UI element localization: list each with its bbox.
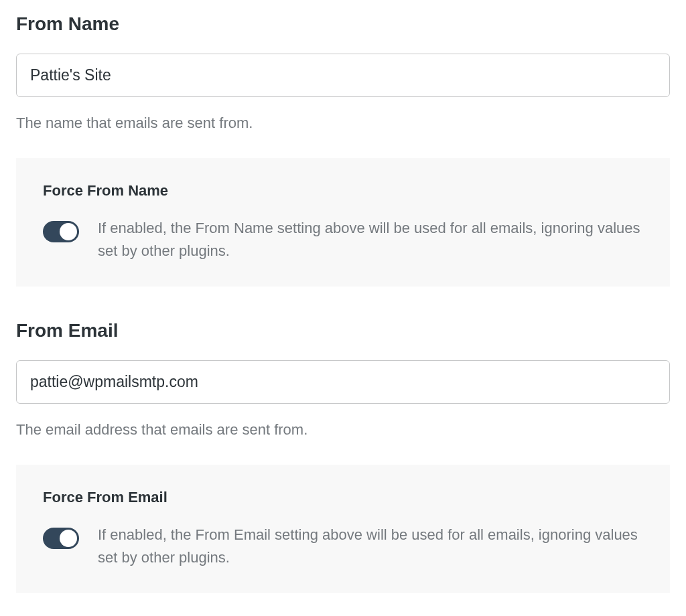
force-from-name-toggle[interactable] bbox=[43, 221, 79, 242]
from-name-title: From Name bbox=[16, 13, 670, 35]
force-from-name-box: Force From Name If enabled, the From Nam… bbox=[16, 158, 670, 287]
force-from-name-title: Force From Name bbox=[43, 182, 643, 200]
from-email-title: From Email bbox=[16, 320, 670, 341]
from-name-help: The name that emails are sent from. bbox=[16, 113, 670, 134]
force-from-name-description: If enabled, the From Name setting above … bbox=[98, 217, 643, 262]
force-from-email-toggle[interactable] bbox=[43, 528, 79, 549]
from-email-help: The email address that emails are sent f… bbox=[16, 420, 670, 441]
from-name-section: From Name The name that emails are sent … bbox=[16, 13, 670, 287]
force-from-email-description: If enabled, the From Email setting above… bbox=[98, 524, 643, 569]
force-from-email-box: Force From Email If enabled, the From Em… bbox=[16, 465, 670, 593]
force-from-name-row: If enabled, the From Name setting above … bbox=[43, 217, 643, 262]
force-from-email-title: Force From Email bbox=[43, 489, 643, 506]
force-from-email-row: If enabled, the From Email setting above… bbox=[43, 524, 643, 569]
from-email-input[interactable] bbox=[16, 360, 670, 404]
toggle-knob bbox=[60, 223, 77, 240]
from-name-input[interactable] bbox=[16, 54, 670, 97]
from-email-section: From Email The email address that emails… bbox=[16, 320, 670, 593]
toggle-knob bbox=[60, 530, 77, 547]
